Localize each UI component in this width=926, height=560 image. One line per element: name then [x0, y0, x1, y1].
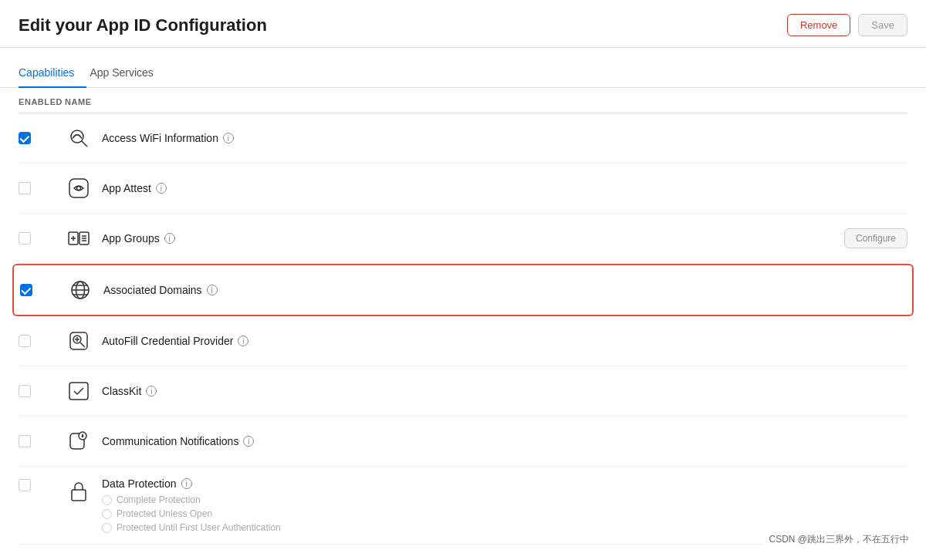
col-enabled-label: ENABLED	[19, 97, 65, 106]
checkbox-cell-app-attest	[19, 182, 65, 194]
checkbox-associated-domains[interactable]	[20, 284, 32, 296]
capability-row-app-attest: App Attest i	[19, 164, 907, 214]
radio-circle-until-auth	[102, 523, 112, 533]
wifi-search-icon	[65, 124, 93, 152]
capability-row-access-wifi: Access WiFi Information i	[19, 113, 907, 164]
checkbox-classkit[interactable]	[19, 385, 31, 397]
radio-complete-protection[interactable]: Complete Protection	[102, 494, 281, 505]
watermark: CSDN @跳出三界外，不在五行中	[764, 531, 914, 545]
checkbox-cell-app-groups	[19, 232, 65, 245]
label-app-attest: App Attest i	[102, 182, 167, 194]
checkbox-cell-communication	[19, 435, 65, 447]
svg-point-25	[82, 436, 83, 437]
table-header: ENABLED NAME	[19, 88, 907, 113]
name-cell-associated-domains: Associated Domains i	[66, 276, 906, 304]
capability-row-associated-domains: Associated Domains i	[12, 264, 914, 316]
info-icon-app-attest[interactable]: i	[156, 183, 167, 194]
checkbox-autofill[interactable]	[19, 335, 31, 347]
tabs-bar: Capabilities App Services	[0, 60, 926, 88]
lock-icon	[65, 477, 93, 505]
capability-row-app-groups: App Groups i Configure	[19, 214, 907, 264]
svg-rect-21	[69, 383, 88, 400]
checkbox-cell-classkit	[19, 385, 65, 397]
checkbox-access-wifi[interactable]	[19, 132, 31, 144]
name-cell-autofill: AutoFill Credential Provider i	[65, 327, 907, 355]
label-communication: Communication Notifications i	[102, 435, 254, 447]
label-classkit: ClassKit i	[102, 385, 157, 397]
app-groups-icon	[65, 224, 93, 252]
info-icon-app-groups[interactable]: i	[164, 233, 175, 244]
communication-icon	[65, 427, 93, 455]
save-button[interactable]: Save	[858, 14, 907, 36]
capability-row-classkit: ClassKit i	[19, 366, 907, 417]
label-access-wifi: Access WiFi Information i	[102, 132, 234, 144]
globe-icon	[66, 276, 94, 304]
info-icon-communication[interactable]: i	[243, 436, 254, 447]
label-associated-domains: Associated Domains i	[103, 284, 218, 296]
svg-line-18	[80, 342, 85, 347]
radio-protected-until-auth[interactable]: Protected Until First User Authenticatio…	[102, 522, 281, 533]
checkbox-cell-associated-domains	[20, 284, 66, 296]
tab-capabilities[interactable]: Capabilities	[19, 60, 86, 88]
info-icon-autofill[interactable]: i	[238, 336, 248, 346]
checkbox-app-groups[interactable]	[19, 232, 31, 245]
name-cell-app-attest: App Attest i	[65, 174, 907, 202]
name-cell-classkit: ClassKit i	[65, 377, 907, 405]
autofill-icon	[65, 327, 93, 355]
name-cell-app-groups: App Groups i	[65, 224, 844, 252]
main-content: ENABLED NAME Access WiFi Information i	[0, 88, 926, 545]
capability-row-autofill: AutoFill Credential Provider i	[19, 316, 907, 366]
configure-button-app-groups[interactable]: Configure	[844, 228, 907, 248]
radio-circle-unless-open	[102, 509, 112, 519]
checkbox-cell-data-protection	[19, 477, 65, 491]
tab-app-services[interactable]: App Services	[86, 60, 165, 88]
name-cell-data-protection: Data Protection i Complete Protection Pr…	[65, 477, 907, 533]
checkbox-cell-access-wifi	[19, 132, 65, 144]
info-icon-data-protection[interactable]: i	[181, 478, 192, 489]
data-protection-options: Complete Protection Protected Unless Ope…	[102, 494, 281, 533]
label-data-protection: Data Protection i	[102, 477, 281, 490]
svg-rect-2	[69, 179, 88, 197]
app-attest-icon	[65, 174, 93, 202]
name-cell-communication: Communication Notifications i	[65, 427, 907, 455]
info-icon-associated-domains[interactable]: i	[207, 285, 218, 295]
remove-button[interactable]: Remove	[787, 14, 850, 36]
action-cell-app-groups: Configure	[844, 228, 907, 248]
radio-protected-unless-open[interactable]: Protected Unless Open	[102, 508, 281, 519]
checkbox-cell-autofill	[19, 335, 65, 347]
radio-circle-complete	[102, 495, 112, 505]
svg-point-0	[71, 130, 83, 143]
page-title: Edit your App ID Configuration	[19, 15, 267, 35]
info-icon-access-wifi[interactable]: i	[223, 133, 234, 143]
svg-point-3	[77, 187, 81, 191]
label-app-groups: App Groups i	[102, 232, 175, 245]
name-cell-access-wifi: Access WiFi Information i	[65, 124, 907, 152]
svg-line-1	[82, 141, 87, 147]
page-header: Edit your App ID Configuration Remove Sa…	[0, 0, 926, 48]
info-icon-classkit[interactable]: i	[146, 386, 157, 396]
col-name-label: NAME	[65, 97, 907, 106]
checkbox-data-protection[interactable]	[19, 479, 31, 491]
checkbox-communication[interactable]	[19, 435, 31, 447]
checkbox-app-attest[interactable]	[19, 182, 31, 194]
classkit-icon	[65, 377, 93, 405]
header-actions: Remove Save	[787, 14, 907, 36]
capability-row-communication: Communication Notifications i	[19, 417, 907, 467]
svg-rect-26	[72, 490, 86, 501]
label-autofill: AutoFill Credential Provider i	[102, 335, 248, 347]
